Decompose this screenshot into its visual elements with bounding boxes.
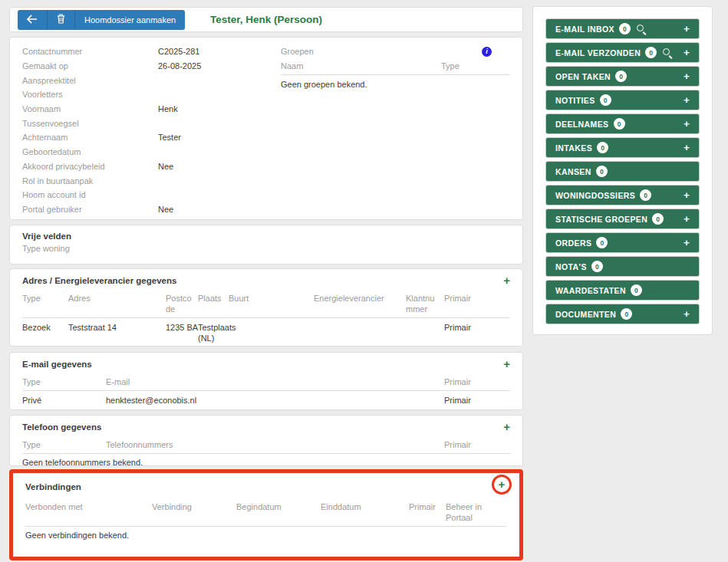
field-label: Tussenvoegsel (22, 119, 158, 128)
panel-title: Vrije velden (22, 232, 510, 241)
field-label: Voornaam (22, 104, 158, 113)
column-header: Primair (444, 293, 510, 314)
table-row: Bezoek Teststraat 14 1235 BA Testplaats … (22, 318, 510, 347)
sidebar-item-intakes[interactable]: INTAKES 0 + (545, 137, 700, 158)
field-row: Gemaakt op26-08-2025 (22, 59, 281, 74)
plus-icon[interactable]: + (684, 308, 690, 320)
column-header: Energieleverancier (314, 293, 406, 314)
field-label: Hoom account id (22, 190, 158, 199)
add-phone-button[interactable]: + (503, 422, 510, 432)
contact-fields: ContactnummerC2025-281 Gemaakt op26-08-2… (22, 44, 281, 212)
column-header: Primair (409, 501, 446, 523)
sidebar-item-statische-groepen[interactable]: STATISCHE GROEPEN 0 + (545, 209, 700, 229)
main-column: Hoomdossier aanmaken Tester, Henk (Perso… (9, 7, 523, 562)
field-row: Akkoord privacybeleidNee (22, 159, 281, 174)
field-value: Nee (158, 162, 173, 171)
cell-primair: Primair (444, 322, 510, 343)
info-icon[interactable]: i (482, 47, 492, 57)
field-row: Tussenvoegsel (22, 116, 281, 130)
sidebar-item-waardestaten[interactable]: WAARDESTATEN 0 (545, 280, 700, 301)
count-badge: 0 (645, 47, 657, 58)
plus-icon[interactable]: + (684, 189, 690, 201)
back-button[interactable] (18, 10, 48, 30)
sidebar-item-email-inbox[interactable]: E-MAIL INBOX 0 + (545, 18, 700, 39)
count-badge: 0 (596, 166, 608, 177)
groups-title: Groepen (281, 47, 314, 56)
field-label: Geboortedatum (22, 147, 158, 156)
address-table-header: Type Adres Postcode Plaats Buurt Energie… (22, 293, 510, 318)
column-header: Einddatum (321, 501, 409, 523)
cell-klantnummer (406, 322, 444, 343)
highlight-circle: + (492, 475, 512, 495)
field-row: Portal gebruikerNee (22, 202, 281, 217)
count-badge: 0 (621, 308, 632, 320)
plus-icon[interactable]: + (684, 142, 690, 153)
field-row: Hoom account id (22, 188, 281, 202)
connections-panel-highlighted: Verbindingen + Verbonden met Verbinding … (9, 469, 523, 560)
plus-icon[interactable]: + (684, 23, 690, 35)
add-email-button[interactable]: + (503, 359, 510, 370)
table-row: Privé henktester@econobis.nl Primair (22, 391, 510, 411)
delete-button[interactable] (48, 10, 75, 30)
sidebar-item-orders[interactable]: ORDERS 0 + (545, 232, 700, 253)
address-panel: Adres / Energieleverancier gegevens + Ty… (9, 268, 523, 347)
search-icon[interactable] (662, 48, 673, 58)
sidebar-item-open-taken[interactable]: OPEN TAKEN 0 + (545, 66, 700, 87)
sidebar-item-woningdossiers[interactable]: WONINGDOSSIERS 0 + (545, 185, 700, 205)
cell-adres: Teststraat 14 (68, 322, 166, 343)
count-badge: 0 (640, 189, 651, 201)
field-row: Aanspreektitel (22, 73, 281, 87)
column-header: Klantnummer (406, 293, 444, 314)
plus-icon[interactable]: + (684, 71, 690, 82)
sidebar-item-notas[interactable]: NOTA'S 0 (545, 256, 700, 277)
sidebar-item-email-verzonden[interactable]: E-MAIL VERZONDEN 0 + (545, 42, 700, 63)
count-badge: 0 (597, 142, 608, 153)
sidebar: E-MAIL INBOX 0 + E-MAIL VERZONDEN 0 + OP… (532, 6, 713, 335)
trash-icon (57, 14, 65, 25)
search-icon[interactable] (636, 24, 647, 35)
cell-buurt (229, 322, 314, 343)
plus-icon[interactable]: + (684, 213, 690, 225)
groups-column-type: Type (441, 61, 510, 71)
cell-type: Privé (22, 395, 106, 406)
field-row: ContactnummerC2025-281 (22, 44, 281, 59)
column-header: Type (22, 293, 68, 314)
cell-plaats: Testplaats (NL) (198, 322, 229, 343)
sidebar-item-kansen[interactable]: KANSEN 0 (545, 161, 700, 182)
column-header: Type (22, 439, 106, 450)
sidebar-item-notities[interactable]: NOTITIES 0 + (545, 90, 700, 110)
plus-icon[interactable]: + (684, 118, 690, 130)
add-connection-button[interactable]: + (499, 479, 506, 490)
plus-icon[interactable]: + (684, 47, 690, 58)
cell-primair: Primair (444, 395, 510, 406)
plus-icon[interactable]: + (684, 237, 690, 248)
sidebar-item-deelnames[interactable]: DEELNAMES 0 + (545, 113, 700, 134)
add-address-button[interactable]: + (503, 275, 510, 286)
contact-details-panel: ContactnummerC2025-281 Gemaakt op26-08-2… (9, 37, 523, 220)
column-header: Verbonden met (25, 501, 152, 523)
count-badge: 0 (596, 237, 608, 248)
sidebar-item-documenten[interactable]: DOCUMENTEN 0 + (545, 304, 700, 324)
email-panel: E-mail gegevens + Type E-mail Primair Pr… (9, 352, 523, 410)
connections-empty-text: Geen verbindingen bekend. (25, 527, 507, 540)
field-label: Akkoord privacybeleid (22, 162, 158, 171)
count-badge: 0 (652, 213, 664, 225)
plus-icon[interactable]: + (684, 94, 690, 106)
count-badge: 0 (619, 23, 631, 35)
free-fields-panel: Vrije velden Type woning (9, 225, 523, 265)
column-header: Primair (444, 376, 510, 387)
panel-title: Verbindingen (25, 482, 81, 491)
create-hoomdossier-button[interactable]: Hoomdossier aanmaken (75, 10, 185, 30)
groups-empty-text: Geen groepen bekend. (281, 75, 510, 89)
groups-header-row: Naam Type (281, 59, 510, 75)
groups-column-naam: Naam (281, 61, 441, 71)
panel-title: E-mail gegevens (22, 360, 92, 369)
field-label: Contactnummer (22, 47, 158, 56)
phone-panel: Telefoon gegevens + Type Telefoonnummers… (9, 415, 523, 466)
free-field-label: Type woning (22, 244, 510, 253)
field-row: AchternaamTester (22, 130, 281, 145)
panel-title: Adres / Energieleverancier gegevens (22, 276, 176, 285)
column-header: Plaats (198, 293, 229, 314)
field-value: Tester (158, 133, 181, 142)
cell-email: henktester@econobis.nl (106, 395, 444, 406)
